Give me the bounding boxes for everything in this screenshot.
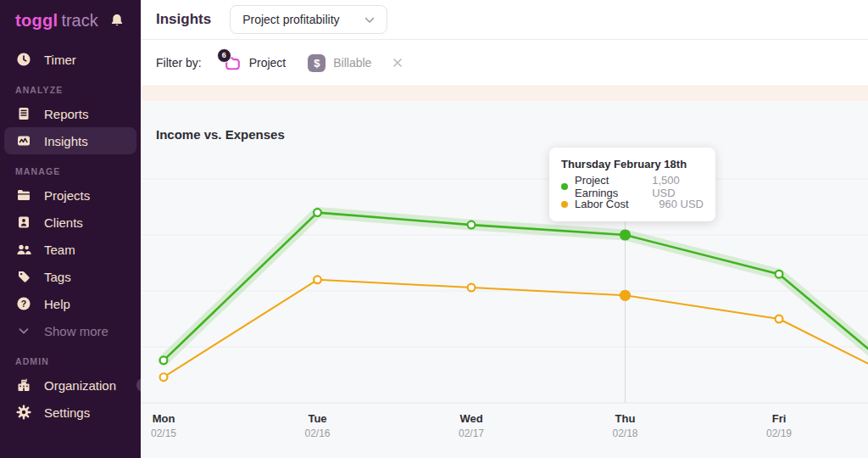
sidebar-item-tags[interactable]: Tags <box>0 263 141 290</box>
tooltip-series-label: Project Earnings <box>575 174 652 199</box>
notifications-bell-button[interactable] <box>107 10 127 31</box>
svg-text:?: ? <box>21 299 26 309</box>
filter-count-badge: 6 <box>217 48 231 63</box>
sidebar-item-label: Organization <box>44 378 116 393</box>
view-dropdown-value: Project profitability <box>242 13 339 26</box>
bell-icon <box>108 12 125 29</box>
logo-row: toggltrack <box>0 0 141 41</box>
x-axis-day: Mon <box>141 412 202 425</box>
sidebar-item-clients[interactable]: Clients <box>0 209 141 236</box>
sidebar-item-timer[interactable]: Timer <box>0 46 141 73</box>
series-glow <box>164 213 868 403</box>
logo-track: track <box>61 11 97 30</box>
building-icon <box>15 377 32 394</box>
data-point[interactable] <box>620 229 631 240</box>
data-point[interactable] <box>314 276 321 283</box>
insights-icon <box>15 132 32 149</box>
filter-bar: Filter by: 6 Project $ Billable <box>141 40 868 87</box>
x-axis-date: 02/17 <box>433 427 509 439</box>
reports-icon <box>15 105 32 122</box>
x-axis-date: 02/16 <box>280 427 356 439</box>
team-icon <box>15 241 32 258</box>
chart-canvas <box>141 101 868 458</box>
gear-icon <box>15 404 32 421</box>
x-icon <box>392 59 403 71</box>
series-line <box>164 280 868 396</box>
x-axis-day: Tue <box>280 412 356 425</box>
x-axis-label: Wed02/17 <box>433 412 509 439</box>
data-point[interactable] <box>468 221 476 229</box>
series-dot-project-earnings <box>561 183 568 190</box>
clock-icon <box>15 51 32 68</box>
x-axis-date: 02/19 <box>741 427 817 439</box>
clear-filters-button[interactable] <box>390 55 405 70</box>
sidebar-nav: Timer ANALYZE Reports Insights MANAGE Pr… <box>0 41 141 426</box>
main-content: Insights Project profitability Filter by… <box>141 0 868 458</box>
help-icon: ? <box>15 295 32 312</box>
x-axis-day: Wed <box>433 412 509 425</box>
chevron-down-icon <box>364 13 375 26</box>
top-bar: Insights Project profitability <box>141 0 868 40</box>
data-point[interactable] <box>160 356 168 364</box>
tag-icon <box>15 268 32 285</box>
series-line <box>164 213 868 403</box>
view-dropdown[interactable]: Project profitability <box>230 5 387 34</box>
chart-title: Income vs. Expenses <box>156 127 285 142</box>
tooltip-series-label: Labor Cost <box>575 198 629 210</box>
filter-chip-label: Billable <box>333 56 371 70</box>
x-axis-label: Tue02/16 <box>280 412 356 439</box>
series-dot-labor-cost <box>561 201 568 208</box>
x-axis-day: Fri <box>741 412 817 425</box>
income-expenses-chart: Income vs. Expenses Mon02/15Tue02/16Wed0… <box>141 101 868 458</box>
client-card-icon <box>15 214 32 231</box>
sidebar-item-label: Help <box>44 297 70 311</box>
sidebar-item-organization[interactable]: Organization Beta <box>0 371 141 399</box>
sidebar-item-show-more[interactable]: Show more <box>0 317 141 344</box>
project-folder-icon: 6 <box>224 54 242 72</box>
filter-chip-billable[interactable]: $ Billable <box>308 54 371 72</box>
sidebar-item-label: Projects <box>44 188 90 203</box>
sidebar-item-label: Settings <box>44 405 90 420</box>
section-label-admin: ADMIN <box>15 356 125 366</box>
logo-toggl: toggl <box>15 11 58 30</box>
x-axis-day: Thu <box>587 412 664 425</box>
filter-chip-project[interactable]: 6 Project <box>224 54 287 72</box>
data-point[interactable] <box>620 290 631 301</box>
tooltip-series-value: 960 USD <box>659 198 704 210</box>
data-point[interactable] <box>160 373 168 381</box>
filter-chip-label: Project <box>249 56 287 70</box>
x-axis-label: Mon02/15 <box>141 412 202 439</box>
sidebar-item-label: Insights <box>44 134 88 148</box>
sidebar-item-settings[interactable]: Settings <box>0 399 141 426</box>
x-axis-label: Fri02/19 <box>741 412 817 439</box>
sidebar-item-team[interactable]: Team <box>0 236 141 263</box>
x-axis-date: 02/15 <box>141 427 202 439</box>
tooltip-title: Thursday February 18th <box>561 158 704 170</box>
tooltip-series-value: 1,500 USD <box>652 174 704 199</box>
data-point[interactable] <box>776 271 783 278</box>
folder-icon <box>15 187 32 204</box>
sidebar-item-insights[interactable]: Insights <box>4 127 136 154</box>
data-point[interactable] <box>776 316 783 323</box>
sidebar-item-label: Reports <box>44 107 89 121</box>
filter-by-label: Filter by: <box>156 56 202 70</box>
sidebar-item-label: Team <box>44 243 75 257</box>
section-label-manage: MANAGE <box>15 166 125 176</box>
x-axis-date: 02/18 <box>587 427 664 439</box>
chevron-down-icon <box>15 322 32 339</box>
toggl-track-logo: toggltrack <box>15 11 98 31</box>
sidebar-item-label: Show more <box>44 324 108 338</box>
x-axis-label: Thu02/18 <box>587 412 664 439</box>
sidebar-item-help[interactable]: ? Help <box>0 290 141 317</box>
page-title: Insights <box>156 11 211 28</box>
tooltip-row: Project Earnings 1,500 USD <box>561 177 704 195</box>
sidebar-item-projects[interactable]: Projects <box>0 182 141 209</box>
peach-divider-strip <box>141 87 868 101</box>
sidebar-item-reports[interactable]: Reports <box>0 100 141 127</box>
data-point[interactable] <box>468 284 476 292</box>
sidebar-item-label: Tags <box>44 270 71 284</box>
sidebar: toggltrack Timer ANALYZE Reports Insight… <box>0 0 141 458</box>
data-point[interactable] <box>314 209 321 216</box>
billable-dollar-icon: $ <box>308 54 326 72</box>
sidebar-item-label: Timer <box>44 53 76 67</box>
